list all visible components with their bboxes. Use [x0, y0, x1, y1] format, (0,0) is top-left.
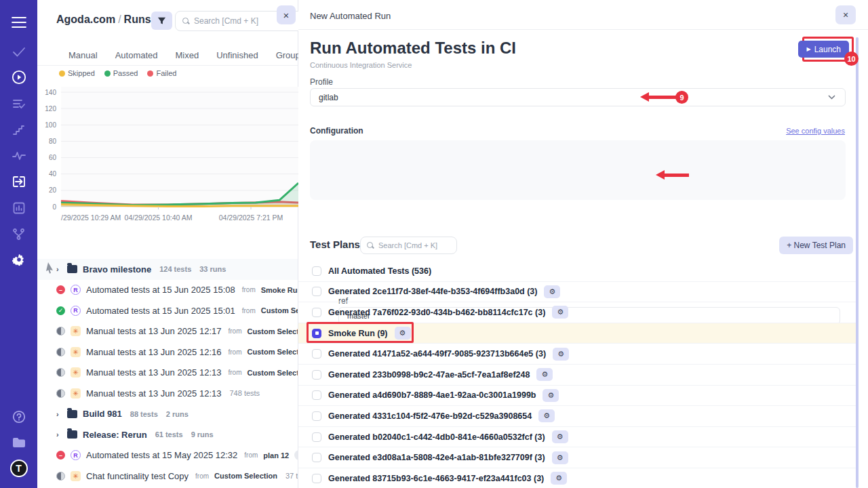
test-plan-row[interactable]: Generated 2ce11f7d-38ef-44fe-b353-4f694f… — [298, 282, 856, 303]
plan-checkbox[interactable] — [312, 287, 321, 296]
run-row[interactable]: ✳Chat functinality test CopyfromCustom S… — [37, 466, 298, 487]
vertical-scrollbar[interactable] — [856, 37, 859, 488]
plan-settings-button[interactable]: ⚙ — [538, 409, 555, 422]
test-plan-row[interactable]: Generated 83715b93-6c1e-4663-9417-ef23a4… — [298, 468, 856, 488]
runs-panel: Agoda.com/Runs Search [Cmd + K] × Manual… — [37, 0, 298, 488]
pulse-icon[interactable] — [0, 146, 37, 166]
test-plan-row[interactable]: Generated 4331c104-f5f2-476e-b92d-c529a3… — [298, 406, 856, 427]
svg-text:100: 100 — [45, 121, 56, 129]
plan-checkbox[interactable] — [312, 349, 321, 359]
run-title[interactable]: Manual tests at 13 Jun 2025 12:13 — [86, 367, 221, 378]
run-row[interactable]: ✳Manual tests at 13 Jun 2025 12:13fromCu… — [37, 363, 298, 384]
test-plan-row[interactable]: Generated 233b0998-b9c2-47ae-a5cf-7ea1af… — [298, 365, 856, 386]
from-label: from — [228, 348, 241, 356]
plan-checkbox[interactable] — [312, 453, 321, 462]
run-title[interactable]: Manual tests at 13 Jun 2025 12:17 — [86, 326, 221, 336]
folder-row[interactable]: ›Release: Rerun61 tests9 runs — [37, 424, 298, 445]
new-test-plan-button[interactable]: + New Test Plan — [779, 237, 853, 254]
plan-checkbox[interactable] — [312, 266, 321, 276]
tab-mixed[interactable]: Mixed — [176, 50, 199, 60]
gear-icon: ⚙ — [541, 370, 548, 379]
tab-manual[interactable]: Manual — [68, 50, 98, 60]
steps-icon[interactable] — [0, 119, 37, 140]
run-row[interactable]: ✳Manual tests at 13 Jun 2025 12:16fromCu… — [37, 342, 298, 363]
launch-button[interactable]: ▶ Launch — [798, 41, 849, 58]
settings-gear-icon[interactable] — [0, 249, 37, 270]
plan-name: Generated 41471a52-a644-49f7-9085-923713… — [328, 349, 546, 359]
plan-settings-button[interactable]: ⚙ — [552, 451, 568, 464]
run-title[interactable]: Automated tests at 15 Jun 2025 15:01 — [86, 306, 235, 316]
run-row[interactable]: –RAutomated tests at 15 May 2025 12:32fr… — [37, 445, 298, 466]
tab-unfinished[interactable]: Unfinished — [216, 50, 258, 60]
folder-row[interactable]: ›Bravo milestone124 tests33 runs — [37, 259, 298, 280]
legend-label: Failed — [156, 69, 176, 77]
chevron-right-icon[interactable]: › — [56, 265, 62, 273]
test-plan-row[interactable]: Generated a4d690b7-8889-4ae1-92aa-0c3001… — [298, 386, 856, 407]
test-plan-row[interactable]: Generated b02040c1-c442-4db0-841e-4660a0… — [298, 427, 856, 448]
folder-row[interactable]: ›Build 98188 tests2 runs — [37, 404, 298, 425]
analytics-icon[interactable] — [0, 198, 37, 218]
runs-play-icon[interactable] — [0, 67, 37, 87]
test-plan-row[interactable]: All Automated Tests (536) — [298, 261, 856, 282]
test-plan-row[interactable]: Smoke Run (9)⚙ — [298, 323, 856, 344]
projects-folder-icon[interactable] — [0, 432, 37, 453]
runs-count: 9 runs — [191, 430, 214, 439]
plan-settings-button[interactable]: ⚙ — [542, 389, 559, 402]
test-plan-row[interactable]: Generated 41471a52-a644-49f7-9085-923713… — [298, 344, 856, 365]
user-avatar[interactable]: T — [0, 458, 37, 479]
plan-name: Generated a4d690b7-8889-4ae1-92aa-0c3001… — [328, 390, 536, 400]
svg-text:60: 60 — [49, 154, 57, 161]
plan-settings-button[interactable]: ⚙ — [552, 430, 568, 443]
test-plans-search-input[interactable]: Search [Cmd + K] — [360, 237, 457, 254]
svg-text:80: 80 — [49, 138, 57, 145]
test-plan-row[interactable]: Generated e3d08a1a-5808-42e4-a1ab-81bfe3… — [298, 447, 856, 468]
plan-checkbox[interactable] — [312, 432, 321, 442]
branch-icon[interactable] — [0, 224, 37, 244]
gear-icon: ⚙ — [557, 453, 564, 462]
plan-settings-button[interactable]: ⚙ — [544, 285, 560, 298]
plan-settings-button[interactable]: ⚙ — [536, 368, 553, 381]
plan-checkbox[interactable] — [312, 474, 321, 483]
chevron-right-icon[interactable]: › — [56, 430, 62, 439]
chevron-right-icon[interactable]: › — [56, 410, 62, 418]
divider — [37, 65, 298, 66]
run-row[interactable]: –RAutomated tests at 15 Jun 2025 15:08fr… — [37, 280, 298, 301]
plan-checkbox[interactable] — [312, 308, 321, 317]
tab-automated[interactable]: Automated — [115, 50, 158, 60]
see-config-values-link[interactable]: See config values — [786, 127, 845, 135]
plans-list-icon[interactable] — [0, 94, 37, 114]
test-plan-row[interactable]: Generated 7a76f022-93d0-434b-b462-bb8114… — [298, 302, 856, 323]
menu-icon[interactable] — [0, 12, 37, 33]
plan-settings-button[interactable]: ⚙ — [553, 348, 569, 361]
profile-select[interactable]: gitlab — [310, 88, 846, 106]
panel-close-button[interactable]: × — [277, 5, 296, 24]
plan-checkbox[interactable] — [312, 390, 321, 400]
plan-settings-button[interactable]: ⚙ — [551, 472, 567, 485]
plan-settings-button[interactable]: ⚙ — [395, 327, 411, 340]
filter-button[interactable] — [151, 12, 172, 30]
drawer-close-button[interactable]: × — [835, 5, 856, 24]
plan-settings-button[interactable]: ⚙ — [552, 306, 568, 319]
run-title[interactable]: Manual tests at 13 Jun 2025 12:16 — [86, 347, 221, 357]
run-title[interactable]: Automated tests at 15 Jun 2025 15:08 — [86, 285, 235, 295]
run-row[interactable]: ✳Manual tests at 13 Jun 2025 12:17fromCu… — [37, 321, 298, 342]
help-icon[interactable] — [0, 407, 37, 427]
run-title[interactable]: Automated tests at 15 May 2025 12:32 — [86, 450, 237, 460]
run-title[interactable]: Manual tests at 13 Jun 2025 12:13 — [86, 388, 221, 399]
tests-count: 124 tests — [159, 265, 191, 273]
test-badge[interactable]: ⚙ test — [294, 450, 298, 460]
run-title[interactable]: Chat functinality test Copy — [86, 471, 189, 481]
import-icon[interactable] — [0, 171, 37, 192]
tests-check-icon[interactable] — [0, 42, 37, 62]
folder-icon — [67, 430, 77, 439]
status-stopped-icon: – — [56, 451, 65, 460]
status-partial-icon — [56, 472, 65, 481]
breadcrumb[interactable]: Agoda.com/Runs — [56, 14, 151, 26]
from-label: from — [242, 307, 256, 314]
plan-checkbox-checked[interactable] — [312, 329, 321, 338]
plan-checkbox[interactable] — [312, 411, 321, 421]
breadcrumb-project[interactable]: Agoda.com — [56, 14, 115, 25]
run-row[interactable]: ✓RAutomated tests at 15 Jun 2025 15:01fr… — [37, 300, 298, 321]
run-row[interactable]: ✳Manual tests at 13 Jun 2025 12:13748 te… — [37, 383, 298, 404]
plan-checkbox[interactable] — [312, 370, 321, 380]
